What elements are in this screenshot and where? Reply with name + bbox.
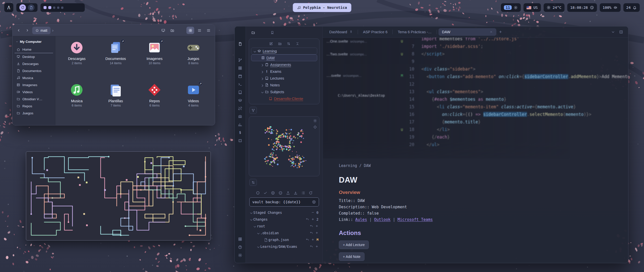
git-row-changes[interactable]: Changes2: [249, 216, 319, 223]
tree-item-lectures[interactable]: Lectures: [251, 75, 317, 82]
action-button--add-note[interactable]: + Add Note: [339, 252, 365, 261]
tree-item-daw[interactable]: DAW: [251, 54, 317, 61]
explorer-folder-plus-button[interactable]: [278, 42, 282, 46]
notifications-module[interactable]: 24: [623, 3, 640, 12]
git-list-button[interactable]: [301, 191, 305, 195]
git-row--obsidian[interactable]: .obsidian: [249, 229, 319, 236]
git-row-actions[interactable]: M: [306, 238, 319, 242]
volume-module[interactable]: 100%: [599, 3, 621, 12]
ribbon-dice-button[interactable]: [236, 137, 244, 144]
git-row-actions[interactable]: 2: [306, 217, 319, 221]
commit-message-input[interactable]: vault backup: {{date}}: [249, 197, 319, 207]
ribbon-files-button[interactable]: [236, 40, 244, 48]
folder-tile-repos[interactable]: Repos6 items: [135, 82, 174, 120]
breadcrumb[interactable]: matt: [32, 27, 51, 34]
menu-button[interactable]: [205, 27, 212, 34]
ribbon-branch-button[interactable]: [236, 56, 244, 64]
git-minus-circle-button[interactable]: [278, 191, 283, 195]
workspace-dot[interactable]: [44, 6, 47, 9]
monitor-button[interactable]: [159, 27, 167, 34]
git-row-learning-daw-exams[interactable]: Learning/DAW/Exams: [249, 243, 319, 250]
weather-module[interactable]: 24°C: [543, 3, 565, 12]
folder-plus-button[interactable]: [168, 27, 176, 34]
ribbon-unlink-button[interactable]: [236, 105, 244, 112]
ribbon-gear-button[interactable]: [236, 251, 244, 259]
tree-item-desarrollo-cliente[interactable]: Desarrollo-Cliente: [251, 95, 317, 102]
tab-list-dropdown-button[interactable]: [611, 30, 615, 34]
ribbon-help-button[interactable]: [236, 243, 244, 251]
folder-tile-imagenes[interactable]: ↗Imagenes10 items: [135, 40, 174, 78]
note-link-aules[interactable]: Aules: [355, 217, 367, 222]
explorer-sort-button[interactable]: [287, 42, 291, 46]
git-row-actions[interactable]: [310, 245, 319, 248]
ribbon-search-button[interactable]: [236, 48, 244, 56]
now-playing-widget[interactable]: Polyphia - Neurotica: [293, 3, 351, 12]
git-plus-circle-button[interactable]: [271, 191, 275, 195]
sidebar-item-musica[interactable]: Musica: [15, 74, 53, 81]
launcher-button[interactable]: Λ: [4, 3, 14, 12]
ribbon-dollar-button[interactable]: $: [236, 129, 244, 136]
editor-pane[interactable]: …One.sveltesrc\compo…U…Two.sveltesrc\com…: [323, 38, 628, 263]
tree-item-notes[interactable]: Notes: [251, 82, 317, 88]
sidebar-tab-bookmark[interactable]: [269, 29, 275, 36]
tab-tema-6-pr-cticas-[interactable]: Tema 6 Prácticas -…: [394, 28, 435, 36]
local-graph-button[interactable]: [249, 107, 257, 114]
close-tab-button[interactable]: [490, 30, 493, 33]
ribbon-chart-button[interactable]: [236, 121, 244, 128]
tree-item-exams[interactable]: !Exams: [251, 68, 317, 75]
sidebar-item-juegos[interactable]: Juegos: [15, 110, 53, 117]
sidebar-item-obsidianv[interactable]: Obsidian V…: [15, 95, 53, 103]
ribbon-terminal-button[interactable]: [236, 80, 244, 88]
git-circle-button[interactable]: [256, 191, 260, 195]
workspaces-pill[interactable]: [40, 3, 85, 12]
workspace-dot[interactable]: [57, 7, 59, 9]
tree-item-assignments[interactable]: Assignments: [251, 61, 317, 68]
tab-daw[interactable]: DAW: [438, 28, 496, 36]
action-button--add-lecture[interactable]: + Add Lecture: [339, 241, 369, 249]
clock-module[interactable]: 18:08:28: [567, 3, 597, 12]
git-row-actions[interactable]: [310, 231, 319, 234]
note-link-microsoft-teams[interactable]: Microsoft Teams: [397, 217, 433, 222]
folder-tile-descargas[interactable]: Descargas2 items: [57, 40, 96, 78]
git-row-actions[interactable]: [310, 224, 319, 228]
ribbon-book-button[interactable]: [236, 88, 244, 96]
git-check-button[interactable]: [263, 191, 267, 195]
rows-button[interactable]: [195, 27, 203, 34]
sidebar-tab-folder[interactable]: [250, 29, 256, 36]
sidebar-item-home[interactable]: Home: [15, 46, 53, 53]
git-refresh-button[interactable]: [309, 191, 313, 195]
workspace-dot[interactable]: [53, 7, 55, 9]
split-pane-button[interactable]: [619, 30, 623, 34]
tab-dashboard[interactable]: Dashboard: [326, 28, 356, 36]
git-row-root[interactable]: root: [249, 223, 319, 229]
forward-button[interactable]: [24, 27, 31, 34]
folder-tile-documentos[interactable]: ↗Documentos14 items: [96, 40, 135, 78]
swirl-app-button[interactable]: [19, 4, 26, 11]
notes-app-button[interactable]: [28, 4, 34, 11]
sidebar-tab-search[interactable]: [259, 29, 266, 36]
grid-button[interactable]: [186, 27, 194, 34]
note-link-outlook[interactable]: Outlook: [374, 217, 390, 222]
git-row-staged-changes[interactable]: Staged Changes0: [249, 209, 319, 216]
folder-tile-musica[interactable]: Musica6 items: [57, 82, 96, 120]
graph-view-card[interactable]: [249, 116, 319, 176]
workspace-dot[interactable]: [48, 6, 51, 9]
explorer-pencil-box-button[interactable]: [269, 42, 273, 46]
git-row-graph-json[interactable]: graph.jsonM: [249, 236, 319, 243]
search-button[interactable]: [177, 27, 185, 34]
folder-tile-videos[interactable]: ↗Videos4 items: [174, 82, 213, 120]
git-pull-button[interactable]: [294, 191, 298, 195]
tree-item-subjects[interactable]: Subjects: [251, 88, 317, 95]
updates-module[interactable]: 11: [501, 3, 521, 12]
new-tab-button[interactable]: [497, 28, 504, 36]
ribbon-calendar-button[interactable]: [236, 72, 244, 80]
tab-asp-practice-6[interactable]: ASP Practice 6: [359, 28, 391, 36]
ribbon-boxes-button[interactable]: [236, 235, 244, 243]
sidebar-item-descargas[interactable]: Descargas: [15, 60, 53, 67]
ribbon-cap-button[interactable]: [236, 96, 244, 104]
sidebar-item-desktop[interactable]: Desktop: [15, 53, 53, 60]
folder-tile-juegos[interactable]: Juegos8 items: [174, 40, 213, 78]
explorer-collapse-button[interactable]: [296, 42, 299, 46]
sidebar-item-videos[interactable]: Videos: [15, 88, 53, 95]
back-button[interactable]: [15, 27, 22, 34]
